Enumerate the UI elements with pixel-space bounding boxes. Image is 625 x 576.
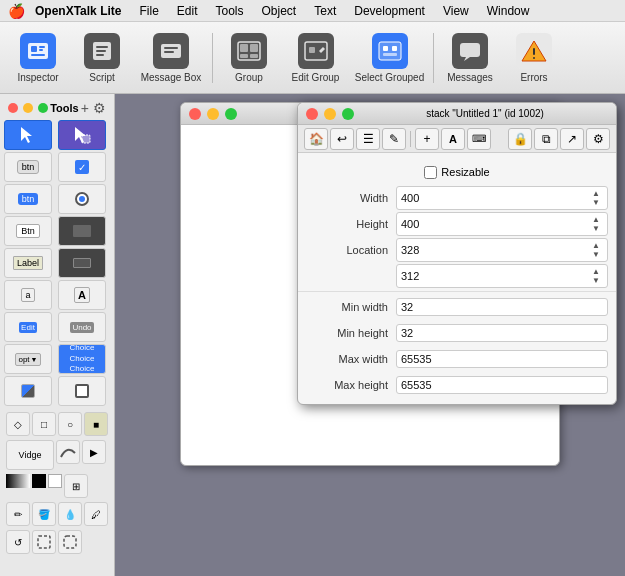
tool-bucket[interactable]: 🪣 — [32, 502, 56, 526]
insp-text-btn[interactable]: A — [441, 128, 465, 150]
tool-curve[interactable] — [56, 440, 80, 464]
close-button[interactable] — [189, 108, 201, 120]
tool-blue-button[interactable]: btn — [4, 184, 52, 214]
tool-checkbox[interactable]: ✓ — [58, 152, 106, 182]
tool-button[interactable]: btn — [4, 152, 52, 182]
min-width-input[interactable]: 32 — [396, 298, 608, 316]
toolbar-inspector-button[interactable]: Inspector — [8, 27, 68, 89]
insp-add-btn[interactable]: + — [415, 128, 439, 150]
tool-arrow-right[interactable]: ▶ — [82, 440, 106, 464]
locx-down-btn[interactable]: ▼ — [589, 250, 603, 259]
height-stepper[interactable]: ▲ ▼ — [589, 215, 603, 233]
white-swatch[interactable] — [48, 474, 62, 488]
insp-home-btn[interactable]: 🏠 — [304, 128, 328, 150]
tool-label[interactable]: Label — [4, 248, 52, 278]
toolbar-messages-button[interactable]: Messages — [440, 27, 500, 89]
tool-list[interactable]: ChoiceChoiceChoice — [58, 344, 106, 374]
width-stepper[interactable]: ▲ ▼ — [589, 189, 603, 207]
tools-settings-btn[interactable]: ⚙ — [93, 100, 106, 116]
tool-option-menu[interactable]: opt▼ — [4, 344, 52, 374]
insp-edit-btn[interactable]: ✎ — [382, 128, 406, 150]
tool-script-edit[interactable]: Edit — [4, 312, 52, 342]
toolbar-script-button[interactable]: Script — [72, 27, 132, 89]
tool-stamp[interactable]: 🖊 — [84, 502, 108, 526]
location-y-value: 312 — [401, 270, 419, 282]
menu-tools[interactable]: Tools — [208, 2, 252, 20]
insp-share-btn[interactable]: ↗ — [560, 128, 584, 150]
locy-down-btn[interactable]: ▼ — [589, 276, 603, 285]
toolbar-selectgrouped-button[interactable]: Select Grouped — [352, 27, 427, 89]
gradient-swatch[interactable] — [6, 474, 30, 488]
height-up-btn[interactable]: ▲ — [589, 215, 603, 224]
min-height-input[interactable]: 32 — [396, 324, 608, 342]
tool-grid-view[interactable]: ⊞ — [64, 474, 88, 498]
insp-back-btn[interactable]: ↩ — [330, 128, 354, 150]
location-x-stepper[interactable]: ▲ ▼ — [589, 241, 603, 259]
insp-list-btn[interactable]: ☰ — [356, 128, 380, 150]
insp-copy-btn[interactable]: ⧉ — [534, 128, 558, 150]
tool-radio[interactable] — [58, 184, 106, 214]
locy-up-btn[interactable]: ▲ — [589, 267, 603, 276]
black-swatch[interactable] — [32, 474, 46, 488]
tool-lasso[interactable] — [58, 530, 82, 554]
insp-lock-btn[interactable]: 🔒 — [508, 128, 532, 150]
tools-maximize-btn[interactable] — [38, 103, 48, 113]
tool-dark[interactable] — [58, 216, 106, 246]
insp-gear-btn[interactable]: ⚙ — [586, 128, 610, 150]
minimize-button[interactable] — [207, 108, 219, 120]
tools-close-btn[interactable] — [8, 103, 18, 113]
location-y-stepper[interactable]: ▲ ▼ — [589, 267, 603, 285]
inspector-close-btn[interactable] — [306, 108, 318, 120]
resizable-checkbox[interactable] — [424, 166, 437, 179]
tool-widget-label[interactable]: Vidge — [6, 440, 54, 470]
tool-rect-button[interactable]: Btn — [4, 216, 52, 246]
tool-select-rect[interactable] — [32, 530, 56, 554]
toolbar-errors-button[interactable]: Errors — [504, 27, 564, 89]
menu-text[interactable]: Text — [306, 2, 344, 20]
toolbar-messagebox-button[interactable]: Message Box — [136, 27, 206, 89]
maximize-button[interactable] — [225, 108, 237, 120]
tool-stroke[interactable] — [58, 376, 106, 406]
width-input[interactable]: 400 ▲ ▼ — [396, 186, 608, 210]
tool-diamond[interactable]: ◇ — [6, 412, 30, 436]
menu-file[interactable]: File — [131, 2, 166, 20]
tools-add-btn[interactable]: + — [81, 100, 89, 116]
menu-edit[interactable]: Edit — [169, 2, 206, 20]
tool-input-a-large[interactable]: A — [58, 280, 106, 310]
width-down-btn[interactable]: ▼ — [589, 198, 603, 207]
menu-view[interactable]: View — [435, 2, 477, 20]
width-up-btn[interactable]: ▲ — [589, 189, 603, 198]
tool-undo[interactable]: Undo — [58, 312, 106, 342]
inspector-maximize-btn[interactable] — [342, 108, 354, 120]
tool-arrow[interactable] — [4, 120, 52, 150]
toolbar-editgroup-button[interactable]: Edit Group — [283, 27, 348, 89]
inspector-minimize-btn[interactable] — [324, 108, 336, 120]
location-x-input[interactable]: 328 ▲ ▼ — [396, 238, 608, 262]
locx-up-btn[interactable]: ▲ — [589, 241, 603, 250]
tool-rotate[interactable]: ↺ — [6, 530, 30, 554]
max-width-input[interactable]: 65535 — [396, 350, 608, 368]
tool-oval[interactable]: ○ — [58, 412, 82, 436]
tool-textfield-dark[interactable] — [58, 248, 106, 278]
height-input[interactable]: 400 ▲ ▼ — [396, 212, 608, 236]
svg-rect-15 — [250, 54, 258, 58]
menu-object[interactable]: Object — [254, 2, 305, 20]
toolbar-group-button[interactable]: Group — [219, 27, 279, 89]
editgroup-button-label: Edit Group — [292, 72, 340, 83]
tools-title: Tools — [50, 102, 79, 114]
tool-selection[interactable] — [58, 120, 106, 150]
tool-color-fill[interactable] — [4, 376, 52, 406]
extra-tools: ◇ □ ○ ■ Vidge ▶ ⊞ — [4, 410, 110, 556]
tool-rect[interactable]: □ — [32, 412, 56, 436]
menu-window[interactable]: Window — [479, 2, 538, 20]
tool-input-a[interactable]: a — [4, 280, 52, 310]
insp-code-btn[interactable]: ⌨ — [467, 128, 491, 150]
tools-minimize-btn[interactable] — [23, 103, 33, 113]
tool-eyedropper[interactable]: 💧 — [58, 502, 82, 526]
menu-development[interactable]: Development — [346, 2, 433, 20]
tool-pencil[interactable]: ✏ — [6, 502, 30, 526]
tool-fill-rect[interactable]: ■ — [84, 412, 108, 436]
location-y-input[interactable]: 312 ▲ ▼ — [396, 264, 608, 288]
max-height-input[interactable]: 65535 — [396, 376, 608, 394]
height-down-btn[interactable]: ▼ — [589, 224, 603, 233]
